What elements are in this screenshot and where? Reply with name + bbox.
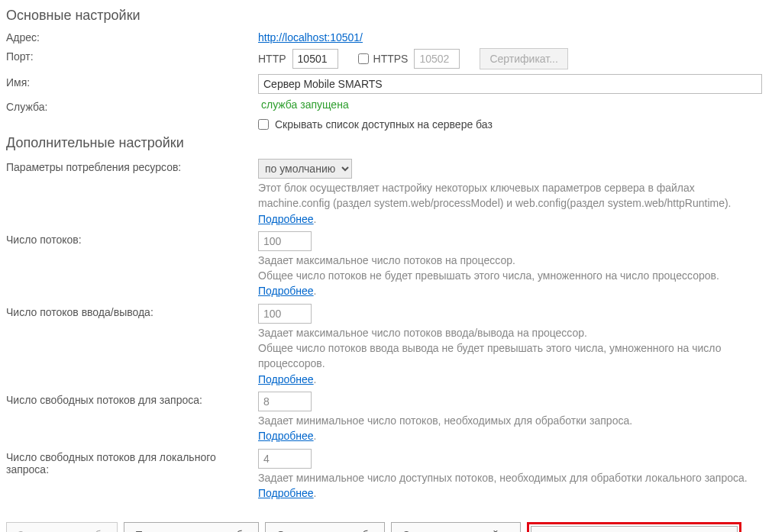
io-threads-input [258, 304, 312, 324]
free-local-more-link[interactable]: Подробнее [258, 487, 314, 499]
free-local-label: Число свободных потоков для локального з… [6, 449, 258, 476]
resource-params-label: Параметры потребления ресурсов: [6, 159, 258, 173]
basic-settings-title: Основные настройки [6, 8, 766, 24]
certificate-button: Сертификат... [480, 48, 567, 69]
free-req-label: Число свободных потоков для запроса: [6, 392, 258, 406]
diagnostics-button[interactable]: Диагностика и исправление проблем [531, 526, 738, 532]
io-desc2: Общее число потоков ввода вывода не буде… [258, 342, 721, 369]
preset-more-link[interactable]: Подробнее [258, 213, 314, 225]
stop-service-button[interactable]: Остановить службу [265, 522, 385, 532]
free-local-input [258, 449, 312, 469]
hide-db-checkbox[interactable] [258, 119, 269, 130]
server-name-input[interactable] [258, 74, 762, 94]
free-req-more-link[interactable]: Подробнее [258, 430, 314, 442]
threads-input [258, 231, 312, 251]
save-settings-button[interactable]: Сохранить настройки [391, 522, 521, 532]
preset-desc: Этот блок осуществляет настройку некотор… [258, 182, 732, 209]
start-service-button: Запустить службу [6, 522, 118, 532]
port-label: Порт: [6, 48, 258, 63]
http-proto-label: HTTP [258, 53, 286, 65]
threads-more-link[interactable]: Подробнее [258, 285, 314, 297]
free-req-desc: Задает минимальное число потоков, необхо… [258, 414, 632, 427]
io-more-link[interactable]: Подробнее [258, 373, 314, 385]
address-label: Адрес: [6, 31, 258, 44]
threads-label: Число потоков: [6, 231, 258, 246]
http-port-input[interactable] [292, 49, 338, 69]
restart-service-button[interactable]: Перезапустить службу [124, 522, 259, 532]
free-req-input [258, 392, 312, 411]
service-status: служба запущена [261, 98, 349, 111]
io-desc1: Задает максимальное число потоков ввода/… [258, 327, 587, 339]
hide-db-label: Скрывать список доступных на сервере баз [275, 118, 493, 131]
https-checkbox[interactable] [358, 53, 369, 64]
address-link[interactable]: http://localhost:10501/ [258, 31, 363, 44]
io-threads-label: Число потоков ввода/вывода: [6, 304, 258, 318]
service-label: Служба: [6, 98, 258, 113]
threads-desc2: Общее число потоков не будет превышать э… [258, 269, 719, 282]
https-proto-label: HTTPS [373, 53, 409, 65]
resource-preset-select[interactable]: по умолчанию [258, 159, 352, 179]
diagnostics-highlight: Диагностика и исправление проблем [527, 522, 741, 532]
threads-desc1: Задает максимальное число потоков на про… [258, 254, 515, 266]
https-port-input [414, 49, 460, 69]
free-local-desc: Задает минимальное число доступных поток… [258, 472, 748, 484]
name-label: Имя: [6, 74, 258, 89]
button-bar: Запустить службу Перезапустить службу Ос… [6, 522, 766, 532]
extra-settings-title: Дополнительные настройки [6, 135, 766, 151]
